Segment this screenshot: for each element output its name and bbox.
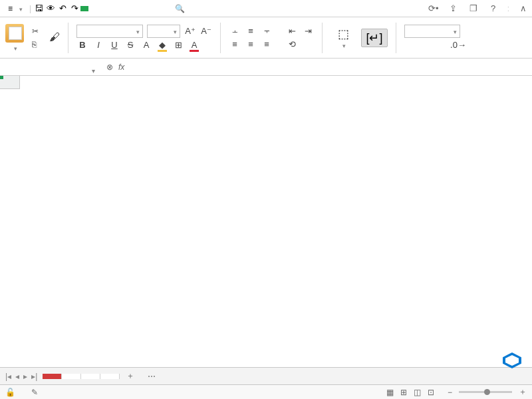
align-middle-icon[interactable]: ≡ <box>245 25 257 37</box>
sheet-prev-icon[interactable]: ◂ <box>15 372 19 381</box>
brush-icon <box>49 31 60 43</box>
merge-icon: ⬚ <box>334 27 352 41</box>
align-left-icon[interactable]: ≡ <box>229 39 241 51</box>
wrap-icon: [↵] <box>366 31 383 45</box>
number-format-select[interactable] <box>404 25 460 38</box>
font-name-select[interactable] <box>76 25 143 38</box>
currency-button[interactable] <box>404 39 416 51</box>
hamburger-icon: ≡ <box>8 4 13 13</box>
zoom-out-button[interactable]: − <box>448 388 452 397</box>
sheet-add-button[interactable]: ＋ <box>120 370 141 382</box>
increase-font-icon[interactable]: A⁺ <box>184 25 196 37</box>
bold-button[interactable]: B <box>76 39 88 51</box>
cut-button[interactable] <box>29 25 44 37</box>
ribbon-tabs <box>80 6 168 11</box>
indent-dec-icon[interactable]: ⇤ <box>286 25 298 37</box>
undo-icon[interactable]: ↶ <box>57 3 68 15</box>
underline-button[interactable]: U <box>108 39 120 51</box>
tab-security[interactable] <box>136 6 144 11</box>
ribbon: A⁺ A⁻ B I U S A ◆ ⊞ A ⫠ ≡ ⫟ ⇤ ⇥ ≡ ≡ ≡ ⟲ <box>0 17 532 59</box>
tab-doc-helper[interactable] <box>160 6 168 11</box>
window-icon[interactable]: ❐ <box>467 3 479 15</box>
tab-start[interactable] <box>80 6 88 11</box>
tab-data[interactable] <box>112 6 120 11</box>
align-right-icon[interactable]: ≡ <box>261 39 273 51</box>
sheet-tab-0[interactable] <box>43 374 62 379</box>
save-icon[interactable]: 🖫 <box>33 3 45 15</box>
copy-button[interactable] <box>29 39 44 51</box>
spreadsheet-grid[interactable] <box>0 76 532 395</box>
reading-icon[interactable]: ⊡ <box>428 388 434 397</box>
redo-icon[interactable]: ↷ <box>68 3 80 15</box>
search-button[interactable]: 🔍 <box>175 4 188 13</box>
tab-view[interactable] <box>128 6 136 11</box>
align-top-icon[interactable]: ⫠ <box>229 25 241 37</box>
search-icon: 🔍 <box>175 4 185 13</box>
paste-icon <box>5 24 24 43</box>
menu-file[interactable]: ≡ <box>3 4 28 13</box>
thousands-button[interactable] <box>436 39 448 51</box>
align-center-icon[interactable]: ≡ <box>245 39 257 51</box>
align-bottom-icon[interactable]: ⫟ <box>261 25 273 37</box>
fill-color-button[interactable]: ◆ <box>156 39 168 51</box>
sheet-list-button[interactable]: ⋯ <box>141 372 162 381</box>
fx-cancel-icon[interactable]: ⊗ <box>106 63 113 72</box>
collapse-icon[interactable]: ∧ <box>517 3 529 15</box>
sheet-last-icon[interactable]: ▸| <box>31 372 37 381</box>
font-size-select[interactable] <box>147 25 180 38</box>
fx-icon[interactable]: fx <box>118 63 124 72</box>
view-page-icon[interactable]: ⊞ <box>400 388 407 397</box>
tab-special[interactable] <box>152 6 160 11</box>
orientation-icon[interactable]: ⟲ <box>286 39 298 51</box>
sync-icon[interactable]: ⟳• <box>428 3 440 15</box>
zoom-slider[interactable] <box>459 391 512 393</box>
tab-formula[interactable] <box>104 6 112 11</box>
sheet-tab-1[interactable] <box>62 374 81 379</box>
italic-button[interactable]: I <box>92 39 104 51</box>
select-all-corner[interactable] <box>0 76 20 89</box>
sheet-tab-3[interactable] <box>100 374 120 379</box>
font-color-button[interactable]: A <box>140 39 152 51</box>
tab-layout[interactable] <box>96 6 104 11</box>
sheet-first-icon[interactable]: |◂ <box>5 372 11 381</box>
menu-bar: ≡ | 🖫 👁 ↶ ↷ 🔍 ⟳• ⇪ ❐ ? : ∧ <box>0 0 532 17</box>
inc-decimal-icon[interactable]: .0→ <box>452 39 464 51</box>
tab-insert[interactable] <box>88 6 96 11</box>
input-mode-icon[interactable]: ✎ <box>31 388 38 397</box>
help-icon[interactable]: ? <box>487 3 499 15</box>
sheet-next-icon[interactable]: ▸ <box>23 372 27 381</box>
share-icon[interactable]: ⇪ <box>448 3 460 15</box>
auto-wrap-button[interactable]: [↵] <box>361 29 388 47</box>
menu-right: ⟳• ⇪ ❐ ? : ∧ <box>428 3 529 15</box>
strike-button[interactable]: S <box>124 39 136 51</box>
preview-icon[interactable]: 👁 <box>45 3 57 15</box>
lock-icon[interactable]: 🔓 <box>5 388 15 397</box>
view-break-icon[interactable]: ◫ <box>414 388 421 397</box>
decrease-font-icon[interactable]: A⁻ <box>200 25 212 37</box>
border-button[interactable]: ⊞ <box>172 39 184 51</box>
indent-inc-icon[interactable]: ⇥ <box>302 25 314 37</box>
zoom-in-button[interactable]: ＋ <box>519 386 527 398</box>
tab-review[interactable] <box>120 6 128 11</box>
paste-group[interactable] <box>5 24 24 52</box>
scissors-icon <box>32 27 39 36</box>
percent-button[interactable] <box>420 39 432 51</box>
merge-center-button[interactable]: ⬚ <box>331 25 356 51</box>
view-normal-icon[interactable]: ▦ <box>386 388 394 397</box>
status-bar: 🔓 ✎ ▦ ⊞ ◫ ⊡ − ＋ <box>0 384 532 399</box>
copy-icon <box>32 40 37 49</box>
sheet-tabs-bar: |◂ ◂ ▸ ▸| ＋ ⋯ <box>0 367 532 384</box>
chevron-down-icon <box>18 4 23 13</box>
formula-bar: ⊗ fx <box>0 59 532 76</box>
sheet-tab-2[interactable] <box>81 374 100 379</box>
font-color2-button[interactable]: A <box>188 39 200 51</box>
format-painter[interactable] <box>49 31 60 45</box>
tab-dev[interactable] <box>144 6 152 11</box>
